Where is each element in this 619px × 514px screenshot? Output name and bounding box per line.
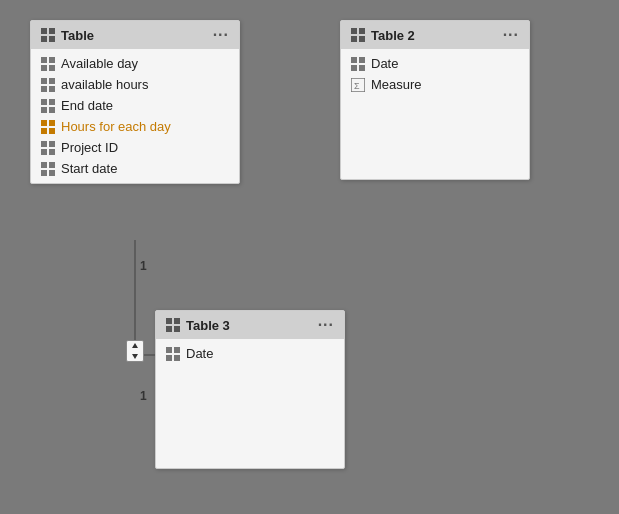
- field-grid-icon-0: [41, 57, 55, 71]
- field-grid-icon-3: [41, 120, 55, 134]
- svg-rect-42: [166, 347, 172, 353]
- field-grid-icon-1: [41, 78, 55, 92]
- svg-rect-16: [41, 120, 47, 126]
- svg-rect-30: [351, 36, 357, 42]
- table-1-row-3[interactable]: Hours for each day: [31, 116, 239, 137]
- svg-rect-19: [49, 128, 55, 134]
- svg-rect-40: [166, 326, 172, 332]
- table-grid-icon: [41, 28, 55, 42]
- table-1-title: Table: [61, 28, 94, 43]
- svg-rect-4: [41, 57, 47, 63]
- svg-rect-39: [174, 318, 180, 324]
- svg-rect-28: [351, 28, 357, 34]
- table-2-field-label-0: Date: [371, 56, 398, 71]
- svg-rect-24: [41, 162, 47, 168]
- svg-rect-29: [359, 28, 365, 34]
- svg-rect-7: [49, 65, 55, 71]
- table-3-grid-icon: [166, 318, 180, 332]
- svg-rect-41: [174, 326, 180, 332]
- field-grid-icon-4: [41, 141, 55, 155]
- field-label-2: End date: [61, 98, 113, 113]
- svg-rect-6: [41, 65, 47, 71]
- svg-marker-51: [132, 354, 138, 359]
- svg-rect-2: [41, 36, 47, 42]
- field-label-4: Project ID: [61, 140, 118, 155]
- svg-text:1: 1: [140, 389, 147, 403]
- svg-rect-9: [49, 78, 55, 84]
- table-2-spacer: [341, 95, 529, 175]
- table-2-title: Table 2: [371, 28, 415, 43]
- svg-rect-43: [174, 347, 180, 353]
- svg-marker-50: [132, 343, 138, 348]
- field-label-0: Available day: [61, 56, 138, 71]
- svg-text:Σ: Σ: [354, 81, 360, 91]
- field-grid-icon-5: [41, 162, 55, 176]
- table-1-row-1[interactable]: available hours: [31, 74, 239, 95]
- field-label-1: available hours: [61, 77, 148, 92]
- svg-rect-31: [359, 36, 365, 42]
- svg-rect-33: [359, 57, 365, 63]
- field-label-5: Start date: [61, 161, 117, 176]
- svg-rect-20: [41, 141, 47, 147]
- svg-rect-15: [49, 107, 55, 113]
- svg-rect-27: [49, 170, 55, 176]
- svg-rect-34: [351, 65, 357, 71]
- table-1-row-5[interactable]: Start date: [31, 158, 239, 179]
- table-1-body: Available day available hours: [31, 49, 239, 183]
- svg-rect-44: [166, 355, 172, 361]
- svg-rect-38: [166, 318, 172, 324]
- svg-rect-8: [41, 78, 47, 84]
- svg-rect-26: [41, 170, 47, 176]
- svg-rect-23: [49, 149, 55, 155]
- table-3-title-group: Table 3: [166, 318, 230, 333]
- table-2-ellipsis[interactable]: ···: [503, 27, 519, 43]
- svg-rect-17: [49, 120, 55, 126]
- svg-rect-18: [41, 128, 47, 134]
- svg-rect-13: [49, 99, 55, 105]
- table-2-row-0[interactable]: Date: [341, 53, 529, 74]
- table-2-body: Date Σ Measure: [341, 49, 529, 179]
- table-1-row-4[interactable]: Project ID: [31, 137, 239, 158]
- table-3-title: Table 3: [186, 318, 230, 333]
- table-3-body: Date: [156, 339, 344, 468]
- svg-rect-32: [351, 57, 357, 63]
- table-3-field-label-0: Date: [186, 346, 213, 361]
- svg-rect-10: [41, 86, 47, 92]
- field-label-3: Hours for each day: [61, 119, 171, 134]
- table-2-title-group: Table 2: [351, 28, 415, 43]
- table-2-header: Table 2 ···: [341, 21, 529, 49]
- table-1-ellipsis[interactable]: ···: [213, 27, 229, 43]
- svg-rect-0: [41, 28, 47, 34]
- svg-rect-11: [49, 86, 55, 92]
- table-3-field-icon-0: [166, 347, 180, 361]
- table-3-row-0[interactable]: Date: [156, 343, 344, 364]
- svg-rect-1: [49, 28, 55, 34]
- table-1-row-2[interactable]: End date: [31, 95, 239, 116]
- bidirectional-arrow-icon: [128, 343, 142, 359]
- table-2[interactable]: Table 2 ··· Date Σ: [340, 20, 530, 180]
- svg-text:1: 1: [140, 259, 147, 273]
- table-3-spacer: [156, 364, 344, 464]
- table-2-field-icon-1: Σ: [351, 78, 365, 92]
- svg-rect-45: [174, 355, 180, 361]
- table-3-header: Table 3 ···: [156, 311, 344, 339]
- table-3-ellipsis[interactable]: ···: [318, 317, 334, 333]
- table-2-field-icon-0: [351, 57, 365, 71]
- table-2-field-label-1: Measure: [371, 77, 422, 92]
- svg-rect-14: [41, 107, 47, 113]
- table-1-header: Table ···: [31, 21, 239, 49]
- svg-rect-5: [49, 57, 55, 63]
- svg-rect-22: [41, 149, 47, 155]
- table-1[interactable]: Table ··· Available day: [30, 20, 240, 184]
- table-3[interactable]: Table 3 ··· Date: [155, 310, 345, 469]
- svg-rect-12: [41, 99, 47, 105]
- relationship-arrow[interactable]: [126, 340, 144, 362]
- table-2-grid-icon: [351, 28, 365, 42]
- table-1-title-group: Table: [41, 28, 94, 43]
- svg-rect-21: [49, 141, 55, 147]
- svg-rect-25: [49, 162, 55, 168]
- svg-rect-35: [359, 65, 365, 71]
- table-1-row-0[interactable]: Available day: [31, 53, 239, 74]
- table-2-row-1[interactable]: Σ Measure: [341, 74, 529, 95]
- field-grid-icon-2: [41, 99, 55, 113]
